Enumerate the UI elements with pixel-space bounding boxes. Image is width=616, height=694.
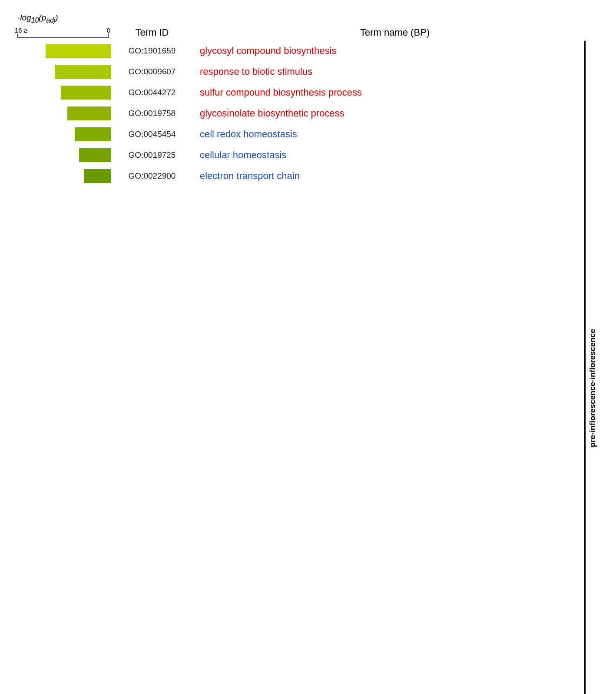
bar-cell <box>17 169 113 183</box>
bar <box>84 169 111 183</box>
section-label-container: pre-inflorescence-inflorescence <box>583 41 599 694</box>
bar-cell <box>17 127 113 141</box>
termid-col-header: Term ID <box>113 27 191 38</box>
bar-cell <box>17 44 113 58</box>
sections-container: GO:1901659glycosyl compound biosynthesis… <box>17 41 599 694</box>
term-name: electron transport chain <box>191 170 580 182</box>
bar-cell <box>17 106 113 120</box>
bar-cell <box>17 148 113 162</box>
termname-col-header: Term name (BP) <box>191 27 599 38</box>
bar <box>79 148 111 162</box>
section-0: GO:1901659glycosyl compound biosynthesis… <box>17 41 599 694</box>
table-row: GO:0019758glycosinolate biosynthetic pro… <box>17 103 580 123</box>
term-id: GO:0019758 <box>113 109 191 118</box>
term-id: GO:0022900 <box>113 171 191 181</box>
main-container: -log10(padj) 0 16 ≥ Term ID Term name (B… <box>17 13 599 694</box>
table-row: GO:0019725cellular homeostasis <box>17 145 580 165</box>
table-row: GO:0022900electron transport chain <box>17 166 580 186</box>
axis-max-label: 16 ≥ <box>15 27 27 34</box>
term-id: GO:0019725 <box>113 150 191 160</box>
table-row: GO:0045454cell redox homeostasis <box>17 124 580 144</box>
section-label: pre-inflorescence-inflorescence <box>584 41 597 694</box>
term-name: cellular homeostasis <box>191 149 580 161</box>
table-row: GO:1901659glycosyl compound biosynthesis <box>17 41 580 61</box>
term-name: sulfur compound biosynthesis process <box>191 87 580 98</box>
bar <box>46 44 111 58</box>
term-name: glycosinolate biosynthetic process <box>191 108 580 119</box>
bar <box>67 106 111 120</box>
bar-col-header: -log10(padj) 0 16 ≥ <box>17 13 113 38</box>
term-id: GO:1901659 <box>113 46 191 56</box>
term-id: GO:0045454 <box>113 130 191 139</box>
term-name: cell redox homeostasis <box>191 129 580 140</box>
term-id: GO:0044272 <box>113 88 191 97</box>
bar-cell <box>17 86 113 100</box>
table-row: GO:0009607response to biotic stimulus <box>17 62 580 82</box>
term-id: GO:0009607 <box>113 67 191 76</box>
term-name: response to biotic stimulus <box>191 66 580 77</box>
table-row: GO:0044272sulfur compound biosynthesis p… <box>17 83 580 103</box>
term-name: glycosyl compound biosynthesis <box>191 45 580 56</box>
bar <box>61 86 111 100</box>
header-row: -log10(padj) 0 16 ≥ Term ID Term name (B… <box>17 13 599 38</box>
axis-title: -log10(padj) <box>17 13 58 24</box>
bar <box>75 127 111 141</box>
bar <box>55 65 111 79</box>
bar-cell <box>17 65 113 79</box>
